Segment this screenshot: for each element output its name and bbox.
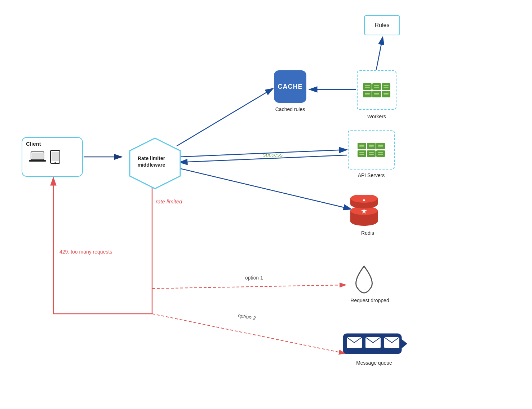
svg-rect-18 xyxy=(29,160,46,162)
svg-rect-20 xyxy=(52,152,59,161)
too-many-requests-label: 429: too many requests xyxy=(59,249,112,255)
redis-label: Redis xyxy=(350,230,386,236)
workers-label: Workers xyxy=(360,114,393,119)
api-servers-icon xyxy=(358,143,385,157)
arrows-overlay xyxy=(0,0,532,409)
rules-node: Rules xyxy=(364,15,400,35)
workers-node xyxy=(357,70,396,110)
architecture-diagram: Client xyxy=(0,0,532,409)
client-icons xyxy=(29,150,61,166)
rate-limiter-label: Rate limitermiddleware xyxy=(137,155,165,168)
workers-icon xyxy=(363,83,390,97)
svg-text:▲: ▲ xyxy=(362,197,367,202)
svg-text:★: ★ xyxy=(361,207,367,215)
client-label: Client xyxy=(26,141,41,147)
api-servers-label: API Servers xyxy=(348,172,395,178)
api-servers-node xyxy=(348,130,395,170)
svg-marker-32 xyxy=(402,339,407,348)
cached-rules-label: Cached rules xyxy=(263,106,317,112)
rules-label: Rules xyxy=(375,22,390,28)
hexagon-shape: Rate limitermiddleware xyxy=(126,136,177,187)
option1-label: option 1 xyxy=(245,275,263,281)
svg-line-5 xyxy=(177,88,273,146)
message-queue-node xyxy=(342,332,407,359)
cache-label: CACHE xyxy=(278,83,302,91)
request-dropped-label: Request dropped xyxy=(345,298,395,303)
success-label: success xyxy=(263,151,283,158)
redis-node: ★ ▲ xyxy=(346,195,382,229)
request-dropped-node xyxy=(350,263,378,296)
svg-rect-17 xyxy=(32,153,43,159)
tablet-icon xyxy=(50,150,61,166)
message-queue-label: Message queue xyxy=(345,360,403,366)
client-node: Client xyxy=(22,137,83,177)
option2-label: option 2 xyxy=(238,312,256,321)
cache-node: CACHE xyxy=(274,70,306,103)
svg-line-7 xyxy=(376,37,383,70)
laptop-icon xyxy=(29,150,46,165)
svg-line-14 xyxy=(152,285,346,289)
rate-limiter-node: Rate limitermiddleware xyxy=(123,136,180,187)
rate-limited-label: rate limited xyxy=(156,198,182,204)
svg-line-10 xyxy=(177,168,351,209)
svg-point-21 xyxy=(55,162,56,163)
